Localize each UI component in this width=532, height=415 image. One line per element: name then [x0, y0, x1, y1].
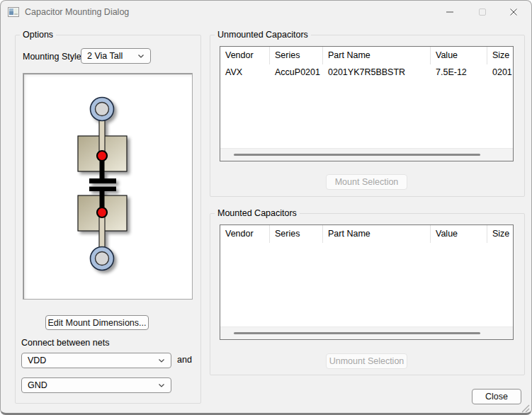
- resize-grip-icon[interactable]: [519, 402, 530, 413]
- mount-selection-button[interactable]: Mount Selection: [326, 174, 407, 190]
- column-header-vendor[interactable]: Vendor: [220, 47, 270, 64]
- scrollbar-thumb[interactable]: [234, 154, 480, 156]
- chevron-down-icon: [157, 381, 166, 390]
- minimize-button[interactable]: [434, 1, 466, 23]
- options-groupbox-title: Options: [20, 30, 56, 40]
- mounted-capacitors-table[interactable]: VendorSeriesPart NameValueSize: [220, 224, 514, 340]
- mounting-style-value: 2 Via Tall: [81, 51, 137, 61]
- net-bottom-dropdown[interactable]: GND: [21, 377, 171, 393]
- net-top-dropdown[interactable]: VDD: [21, 353, 171, 368]
- table-cell: 7.5E-12: [431, 64, 487, 80]
- dialog-close-button[interactable]: Close: [472, 389, 521, 404]
- and-label: and: [177, 355, 192, 365]
- maximize-icon: [478, 8, 487, 16]
- table-cell: AVX: [220, 64, 270, 80]
- table-body: AVXAccuP02010201YK7R5BBSTR7.5E-120201: [220, 64, 513, 80]
- unmount-selection-button[interactable]: Unmount Selection: [326, 353, 407, 369]
- chevron-down-icon: [157, 356, 166, 365]
- column-header-part-name[interactable]: Part Name: [323, 225, 431, 243]
- app-icon: [8, 6, 19, 18]
- table-cell: AccuP0201: [270, 64, 323, 80]
- scrollbar-thumb[interactable]: [234, 332, 480, 334]
- column-header-value[interactable]: Value: [431, 225, 487, 243]
- net-bottom-value: GND: [22, 380, 157, 390]
- table-cell: 0201YK7R5BBSTR: [323, 64, 431, 80]
- net-top-value: VDD: [22, 356, 157, 365]
- unmounted-capacitors-groupbox: Unmounted Capacitors VendorSeriesPart Na…: [210, 35, 525, 197]
- horizontal-scrollbar[interactable]: [220, 148, 513, 161]
- unmounted-capacitors-title: Unmounted Capacitors: [215, 30, 311, 40]
- table-header: VendorSeriesPart NameValueSize: [220, 47, 513, 64]
- horizontal-scrollbar[interactable]: [220, 326, 513, 339]
- junction-dot-bottom: [97, 208, 107, 217]
- via-bottom-icon: [91, 247, 114, 271]
- junction-dot-top: [97, 151, 107, 161]
- column-header-size[interactable]: Size: [487, 225, 514, 243]
- via-top-icon: [91, 98, 114, 121]
- table-row[interactable]: AVXAccuP02010201YK7R5BBSTR7.5E-120201: [220, 64, 513, 80]
- mount-preview-canvas: [23, 73, 193, 300]
- close-button[interactable]: [497, 1, 530, 23]
- edit-mount-dimensions-button[interactable]: Edit Mount Dimensions...: [45, 315, 149, 330]
- unmounted-capacitors-table[interactable]: VendorSeriesPart NameValueSize AVXAccuP0…: [220, 46, 514, 161]
- column-header-series[interactable]: Series: [270, 47, 323, 64]
- minimize-icon: [446, 8, 454, 16]
- title-bar: Capacitor Mounting Dialog: [1, 1, 531, 23]
- mounted-capacitors-title: Mounted Capacitors: [215, 208, 300, 219]
- capacitor-mounting-dialog: Capacitor Mounting Dialog Options Mounti…: [0, 0, 532, 415]
- mounted-capacitors-groupbox: Mounted Capacitors VendorSeriesPart Name…: [210, 213, 525, 375]
- column-header-vendor[interactable]: Vendor: [220, 225, 270, 243]
- table-header: VendorSeriesPart NameValueSize: [220, 225, 513, 243]
- column-header-size[interactable]: Size: [487, 47, 514, 64]
- capacitor-mount-diagram: [23, 74, 192, 299]
- column-header-part-name[interactable]: Part Name: [323, 47, 431, 64]
- table-cell: 0201: [487, 64, 514, 80]
- column-header-series[interactable]: Series: [270, 225, 323, 243]
- options-groupbox: Options Mounting Style: 2 Via Tall: [15, 35, 201, 404]
- column-header-value[interactable]: Value: [431, 47, 487, 64]
- close-icon: [509, 8, 518, 16]
- window-title: Capacitor Mounting Dialog: [25, 1, 129, 23]
- connect-between-nets-label: Connect between nets: [21, 338, 109, 348]
- chevron-down-icon: [137, 52, 145, 60]
- maximize-button: [466, 1, 499, 23]
- mounting-style-label: Mounting Style:: [23, 52, 84, 62]
- mounting-style-dropdown[interactable]: 2 Via Tall: [81, 48, 151, 64]
